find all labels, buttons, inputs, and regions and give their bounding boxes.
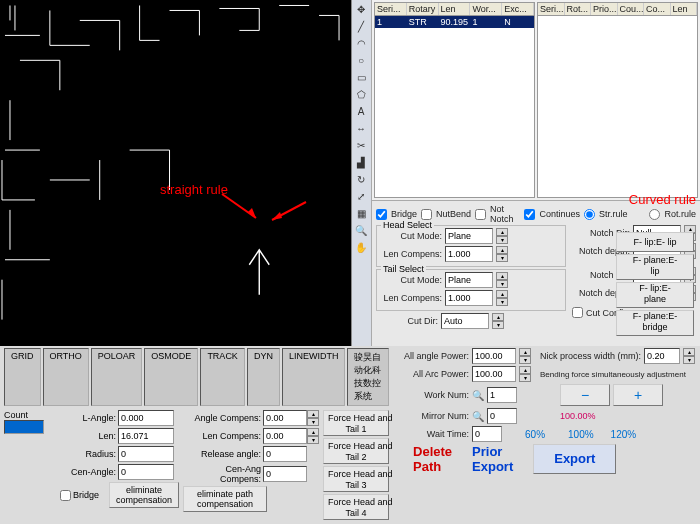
col-rotary: Rotary an... [407, 3, 439, 15]
head-cutmode-select[interactable] [445, 228, 493, 244]
cenangle-input[interactable] [118, 464, 174, 480]
nick-input[interactable] [644, 348, 680, 364]
tool-trim-icon[interactable]: ✂ [353, 138, 369, 154]
search-icon[interactable]: 🔍 [472, 411, 484, 422]
annotation-curved: Curved rule [629, 192, 696, 207]
tail-lencomp-input[interactable] [445, 290, 493, 306]
flipe-button[interactable]: F- lip:E- lip [616, 232, 694, 252]
search-icon[interactable]: 🔍 [472, 390, 484, 401]
anglecomp-input[interactable] [263, 410, 307, 426]
fplaneeb-button[interactable]: F- plane:E- bridge [616, 310, 694, 336]
tool-poly-icon[interactable]: ⬠ [353, 87, 369, 103]
tool-move-icon[interactable]: ✥ [353, 2, 369, 18]
fplanee-button[interactable]: F- plane:E- lip [616, 254, 694, 280]
tool-text-icon[interactable]: A [353, 104, 369, 120]
color-swatch[interactable] [4, 420, 44, 434]
langle-input[interactable] [118, 410, 174, 426]
tool-line-icon[interactable]: ╱ [353, 19, 369, 35]
flipep-button[interactable]: F- lip:E- plane [616, 282, 694, 308]
pct-100: 100.00% [560, 411, 596, 421]
minus-button[interactable]: − [560, 384, 610, 406]
fht3-button[interactable]: Force Head and Tail 3 [323, 466, 389, 492]
pct-60[interactable]: 60% [525, 429, 545, 440]
tool-grid-icon[interactable]: ▦ [353, 206, 369, 222]
status-ortho[interactable]: ORTHO [43, 348, 89, 406]
plus-button[interactable]: + [613, 384, 663, 406]
col-wor: Wor... [470, 3, 502, 15]
cutconfirm-checkbox[interactable] [572, 307, 583, 318]
segment-table-right[interactable]: Seri... Rot... Prio... Cou... Co... Len [537, 2, 698, 198]
elim-comp-button[interactable]: eliminate compensation [109, 482, 179, 508]
annotation-straight: straight rule [160, 182, 228, 197]
app-title: 骏昊自动化科技数控系统 [347, 348, 389, 406]
waittime-input[interactable] [472, 426, 502, 442]
allangle-input[interactable] [472, 348, 516, 364]
status-dyn[interactable]: DYN [247, 348, 280, 406]
status-linewidth[interactable]: LINEWIDTH [282, 348, 346, 406]
pct-100b[interactable]: 100% [568, 429, 594, 440]
status-grid[interactable]: GRID [4, 348, 41, 406]
col-len: Len [439, 3, 471, 15]
release-input[interactable] [263, 446, 307, 462]
tool-mirror-icon[interactable]: ▟ [353, 155, 369, 171]
status-poloar[interactable]: POLOAR [91, 348, 143, 406]
cenangc-input[interactable] [263, 466, 307, 482]
tool-arc-icon[interactable]: ◠ [353, 36, 369, 52]
notnotch-checkbox[interactable] [475, 209, 486, 220]
table-row[interactable]: 1 STR 90.195 1 N [375, 16, 534, 28]
status-track[interactable]: TRACK [200, 348, 245, 406]
tail-cutmode-select[interactable] [445, 272, 493, 288]
export-button[interactable]: Export [533, 444, 616, 474]
fht1-button[interactable]: Force Head and Tail 1 [323, 410, 389, 436]
spin-icon[interactable]: ▴▾ [496, 228, 508, 244]
tool-rect-icon[interactable]: ▭ [353, 70, 369, 86]
tool-circle-icon[interactable]: ○ [353, 53, 369, 69]
cutdir-select[interactable] [441, 313, 489, 329]
mirrornum-input[interactable] [487, 408, 517, 424]
prior-export-button[interactable]: Prior Export [472, 444, 513, 474]
tool-rot-icon[interactable]: ↻ [353, 172, 369, 188]
count-label: Count [4, 410, 56, 420]
fht2-button[interactable]: Force Head and Tail 2 [323, 438, 389, 464]
continues-checkbox[interactable] [524, 209, 535, 220]
fht4-button[interactable]: Force Head and Tail 4 [323, 494, 389, 520]
radius-input[interactable] [118, 446, 174, 462]
vertical-toolbar: ✥ ╱ ◠ ○ ▭ ⬠ A ↔ ✂ ▟ ↻ ⤢ ▦ 🔍 ✋ [352, 0, 372, 346]
cad-viewport[interactable] [0, 0, 352, 346]
status-osmode[interactable]: OSMODE [144, 348, 198, 406]
head-lencomp-input[interactable] [445, 246, 493, 262]
len-input[interactable] [118, 428, 174, 444]
pct-120[interactable]: 120% [611, 429, 637, 440]
nutbend-checkbox[interactable] [421, 209, 432, 220]
bridge2-checkbox[interactable] [60, 490, 71, 501]
status-bar: GRID ORTHO POLOAR OSMODE TRACK DYN LINEW… [4, 348, 389, 406]
tool-pan-icon[interactable]: ✋ [353, 240, 369, 256]
rot-rule-radio[interactable] [649, 209, 660, 220]
str-rule-radio[interactable] [584, 209, 595, 220]
tool-dim-icon[interactable]: ↔ [353, 121, 369, 137]
elim-path-button[interactable]: eliminate path compensation [183, 486, 267, 512]
col-seri: Seri... [375, 3, 407, 15]
worknum-input[interactable] [487, 387, 517, 403]
tool-scale-icon[interactable]: ⤢ [353, 189, 369, 205]
lencomp2-input[interactable] [263, 428, 307, 444]
delete-path-button[interactable]: Delete Path [413, 444, 452, 474]
segment-table-left[interactable]: Seri... Rotary an... Len Wor... Exc... 1… [374, 2, 535, 198]
allarc-input[interactable] [472, 366, 516, 382]
tool-zoom-icon[interactable]: 🔍 [353, 223, 369, 239]
col-exc: Exc... [502, 3, 534, 15]
bridge-checkbox[interactable] [376, 209, 387, 220]
